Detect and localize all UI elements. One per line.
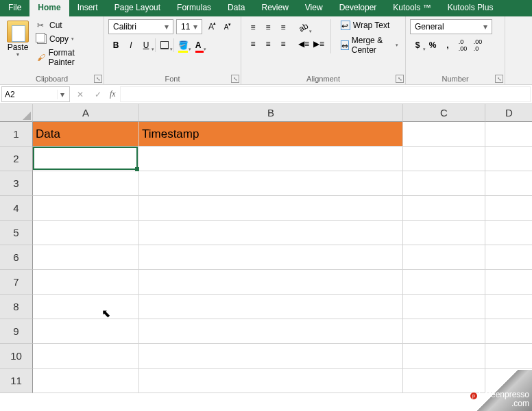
cell-D3[interactable] [485, 171, 532, 196]
number-format-combo[interactable]: General ▾ [410, 19, 492, 34]
row-header-4[interactable]: 4 [0, 196, 33, 221]
increase-font-button[interactable]: A▴ [205, 20, 217, 34]
cell-C3[interactable] [403, 171, 485, 196]
orientation-button[interactable]: ab▾ [296, 19, 311, 36]
tab-view[interactable]: View [297, 0, 331, 16]
font-name-combo[interactable]: Calibri ▾ [108, 19, 173, 34]
cell-B10[interactable] [139, 344, 403, 369]
cell-D10[interactable] [485, 344, 532, 369]
row-header-5[interactable]: 5 [0, 221, 33, 245]
row-header-7[interactable]: 7 [0, 270, 33, 295]
fx-icon[interactable]: fx [110, 89, 116, 99]
cell-B3[interactable] [139, 171, 403, 196]
cell-C5[interactable] [403, 221, 485, 245]
decrease-decimal-button[interactable]: .00.0 [470, 37, 485, 53]
cell-D6[interactable] [485, 245, 532, 270]
name-box[interactable]: A2 ▾ [1, 86, 70, 102]
column-header-C[interactable]: C [403, 104, 485, 122]
align-bottom-button[interactable]: ≡ [276, 19, 291, 36]
cell-A4[interactable] [33, 196, 139, 221]
number-dialog-launcher[interactable]: ⤡ [495, 75, 503, 83]
tab-insert[interactable]: Insert [69, 0, 106, 16]
enter-formula-button[interactable]: ✓ [92, 90, 104, 99]
cell-C7[interactable] [403, 270, 485, 295]
underline-button[interactable]: U▾ [138, 37, 154, 53]
row-header-2[interactable]: 2 [0, 147, 33, 171]
increase-indent-button[interactable]: ▶≡ [311, 36, 326, 52]
cell-C9[interactable] [403, 319, 485, 344]
cell-C1[interactable] [403, 122, 485, 147]
formula-input[interactable] [120, 86, 531, 102]
chevron-down-icon[interactable]: ▾ [481, 22, 490, 32]
row-header-11[interactable]: 11 [0, 369, 33, 393]
chevron-down-icon[interactable]: ▾ [191, 22, 200, 32]
cell-A9[interactable] [33, 319, 139, 344]
copy-button[interactable]: Copy ▾ [36, 33, 99, 45]
tab-data[interactable]: Data [219, 0, 253, 16]
row-header-8[interactable]: 8 [0, 295, 33, 319]
cell-A3[interactable] [33, 171, 139, 196]
decrease-indent-button[interactable]: ◀≡ [296, 36, 311, 52]
alignment-dialog-launcher[interactable]: ⤡ [396, 75, 404, 83]
row-header-1[interactable]: 1 [0, 122, 33, 147]
merge-center-button[interactable]: ⇔ Merge & Center ▾ [338, 34, 401, 56]
cell-D9[interactable] [485, 319, 532, 344]
cell-B8[interactable] [139, 295, 403, 319]
cell-D5[interactable] [485, 221, 532, 245]
cell-A2[interactable] [33, 147, 139, 171]
tab-review[interactable]: Review [253, 0, 296, 16]
font-dialog-launcher[interactable]: ⤡ [231, 75, 239, 83]
font-size-combo[interactable]: 11 ▾ [176, 19, 202, 34]
cell-C4[interactable] [403, 196, 485, 221]
chevron-down-icon[interactable]: ▾ [57, 90, 66, 99]
align-center-button[interactable]: ≡ [261, 36, 276, 52]
clipboard-dialog-launcher[interactable]: ⤡ [94, 75, 102, 83]
bold-button[interactable]: B [108, 37, 123, 53]
tab-file[interactable]: File [0, 0, 29, 16]
paste-button[interactable]: Paste ▼ [4, 19, 32, 75]
cell-D7[interactable] [485, 270, 532, 295]
decrease-font-button[interactable]: A▾ [220, 20, 232, 34]
cell-A7[interactable] [33, 270, 139, 295]
cell-B1[interactable]: Timestamp [139, 122, 403, 147]
select-all-button[interactable] [0, 104, 33, 122]
accounting-format-button[interactable]: $▾ [410, 37, 425, 53]
align-top-button[interactable]: ≡ [245, 19, 261, 36]
cell-A6[interactable] [33, 245, 139, 270]
tab-kutoolsplus[interactable]: Kutools Plus [439, 0, 502, 16]
cell-B9[interactable] [139, 319, 403, 344]
align-left-button[interactable]: ≡ [245, 36, 261, 52]
cell-C8[interactable] [403, 295, 485, 319]
cell-D8[interactable] [485, 295, 532, 319]
cell-B7[interactable] [139, 270, 403, 295]
cell-A5[interactable] [33, 221, 139, 245]
percent-format-button[interactable]: % [425, 37, 440, 53]
row-header-9[interactable]: 9 [0, 319, 33, 344]
cell-B11[interactable] [139, 369, 403, 393]
tab-kutools[interactable]: Kutools ™ [385, 0, 439, 16]
column-header-A[interactable]: A [33, 104, 139, 122]
column-header-D[interactable]: D [485, 104, 532, 122]
row-header-3[interactable]: 3 [0, 171, 33, 196]
column-header-B[interactable]: B [139, 104, 403, 122]
cell-A10[interactable] [33, 344, 139, 369]
chevron-down-icon[interactable]: ▾ [162, 22, 171, 32]
wrap-text-button[interactable]: ↩ Wrap Text [338, 19, 401, 32]
tab-home[interactable]: Home [29, 0, 69, 16]
fill-color-button[interactable]: 🪣▾ [176, 37, 191, 53]
tab-developer[interactable]: Developer [331, 0, 385, 16]
row-header-10[interactable]: 10 [0, 344, 33, 369]
cell-B6[interactable] [139, 245, 403, 270]
cell-D2[interactable] [485, 147, 532, 171]
cell-A1[interactable]: Data [33, 122, 139, 147]
cell-C6[interactable] [403, 245, 485, 270]
italic-button[interactable]: I [123, 37, 138, 53]
align-middle-button[interactable]: ≡ [261, 19, 276, 36]
cell-A8[interactable] [33, 295, 139, 319]
increase-decimal-button[interactable]: .0.00 [455, 37, 470, 53]
cancel-formula-button[interactable]: ✕ [74, 90, 86, 99]
tab-pagelayout[interactable]: Page Layout [106, 0, 169, 16]
cut-button[interactable]: ✂ Cut [36, 19, 99, 32]
align-right-button[interactable]: ≡ [276, 36, 291, 52]
cell-D4[interactable] [485, 196, 532, 221]
